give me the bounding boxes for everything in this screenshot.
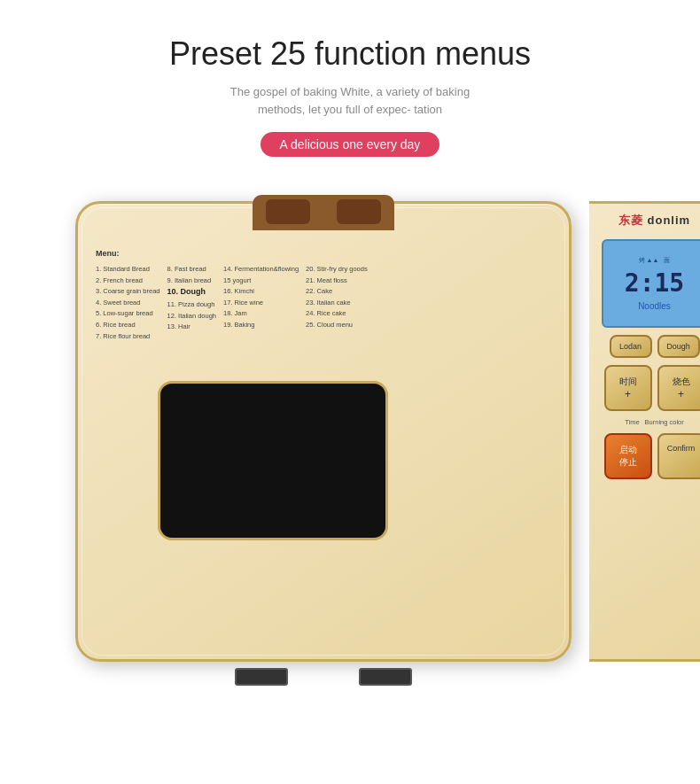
menu-item: 13. Hair [167,322,216,332]
burning-plus-icon: + [665,388,698,400]
time-plus-icon: + [611,388,645,400]
header-subtitle: The gospel of baking White, a variety of… [208,83,492,118]
tagline-pill: A delicious one every day [261,132,440,157]
burning-label: Burning color [645,418,684,426]
machine-window [158,381,388,540]
start-confirm-row: 启动 停止 Confirm [596,433,700,479]
time-chinese-label: 时间 [611,376,645,388]
brand-logo: 东菱 donlim [618,213,690,229]
menu-title: Menu: [96,248,397,260]
start-chinese-label: 启动 [611,444,645,456]
control-panel: 东菱 donlim 烤 ▲▲ 面 2:15 Noodles Lodan Doug… [589,201,700,662]
burning-button[interactable]: 烧色 + [657,365,701,411]
menu-col-4: 20. Stir-fry dry goods 21. Meat floss 22… [306,264,368,341]
menu-item: 20. Stir-fry dry goods [306,264,368,275]
menu-item: 19. Baking [223,320,299,330]
menu-item: 25. Cloud menu [306,320,368,330]
menu-item: 14. Fermentation&flowing [223,264,299,275]
menu-item: 17. Rice wine [223,298,299,308]
menu-item: 6. Rice bread [96,320,160,330]
brand-chinese: 东菱 [618,213,648,227]
page-title: Preset 25 function menus [18,35,682,73]
lcd-icon-left: 烤 ▲▲ [639,256,659,265]
machine-foot-right [359,668,412,686]
machine-foot-left [235,668,288,686]
time-label: Time [625,418,639,426]
lcd-label: Noodles [638,301,671,311]
menu-item: 12. Italian dough [167,311,216,322]
header-section: Preset 25 function menus The gospel of b… [0,0,700,183]
menu-item: 4. Sweet bread [96,298,160,308]
menu-item: 8. Fast bread [167,264,216,275]
menu-columns: 1. Standard Bread 2. French bread 3. Coa… [96,264,397,341]
machine-body: Menu: 1. Standard Bread 2. French bread … [75,201,572,662]
menu-item: 3. Coarse grain bread [96,286,160,297]
time-burning-labels: Time Burning color [596,418,700,426]
machine-handle [253,195,394,230]
lcd-display: 烤 ▲▲ 面 2:15 Noodles [602,239,701,328]
menu-item: 1. Standard Bread [96,264,160,275]
menu-item: 16. Kimchi [223,286,299,297]
start-stop-button[interactable]: 启动 停止 [604,433,652,479]
menu-item-rice-cake: 24. Rice cake [306,308,368,319]
menu-item: 22. Cake [306,286,368,297]
time-button[interactable]: 时间 + [604,365,652,411]
confirm-button[interactable]: Confirm [657,433,701,479]
machine-image: Menu: 1. Standard Bread 2. French bread … [49,183,651,688]
lcd-icon-right: 面 [664,256,670,265]
burning-chinese-label: 烧色 [665,376,698,388]
machine-feet [235,659,412,686]
lcd-top-icons: 烤 ▲▲ 面 [639,256,671,265]
lcd-time: 2:15 [625,268,684,298]
menu-item-dough: 10. Dough [167,286,216,299]
menu-item: 23. Italian cake [306,298,368,308]
menu-panel: Menu: 1. Standard Bread 2. French bread … [96,248,397,341]
menu-item: 11. Pizza dough [167,299,216,310]
menu-item: 9. Italian bread [167,276,216,286]
menu-item: 15 yogurt [223,276,299,286]
menu-item: 7. Rice flour bread [96,331,160,342]
menu-col-3: 14. Fermentation&flowing 15 yogurt 16. K… [223,264,299,341]
lodan-dough-row: Lodan Dough [596,335,700,358]
menu-col-1: 1. Standard Bread 2. French bread 3. Coa… [96,264,160,341]
menu-item: 5. Low-sugar bread [96,308,160,319]
menu-col-2: 8. Fast bread 9. Italian bread 10. Dough… [167,264,216,341]
stop-chinese-label: 停止 [611,456,645,469]
menu-item: 18. Jam [223,308,299,319]
menu-item-meat-floss: 21. Meat floss [306,276,368,286]
lodan-button[interactable]: Lodan [610,335,652,358]
menu-item: 2. French bread [96,276,160,286]
dough-button[interactable]: Dough [657,335,700,358]
time-burning-row: 时间 + 烧色 + [596,365,700,411]
